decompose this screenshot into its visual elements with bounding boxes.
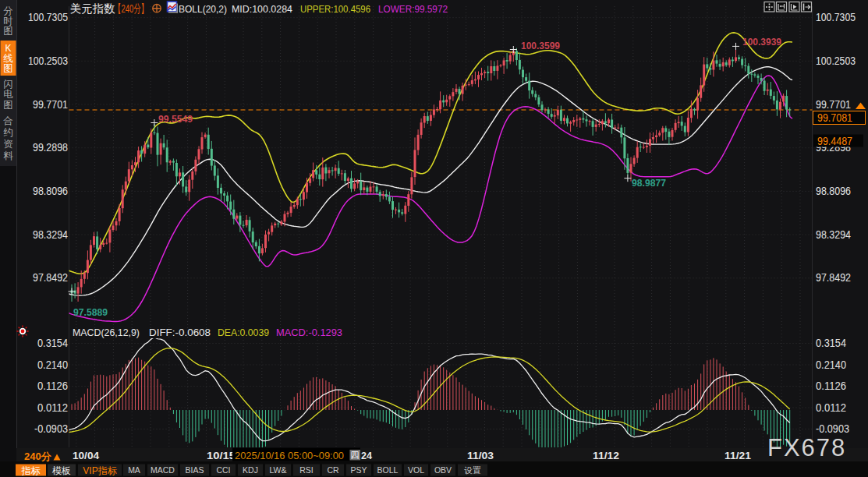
svg-text:CR: CR xyxy=(327,465,339,475)
svg-text:MACD:-0.1293: MACD:-0.1293 xyxy=(276,327,342,338)
svg-text:BOLL(20,2): BOLL(20,2) xyxy=(179,3,227,15)
svg-text:0.0112: 0.0112 xyxy=(37,401,68,414)
svg-text:MACD: MACD xyxy=(151,465,175,475)
svg-text:99.5549: 99.5549 xyxy=(158,113,193,125)
svg-text:11/12: 11/12 xyxy=(593,450,619,461)
svg-text:100.7305: 100.7305 xyxy=(28,11,68,23)
svg-text:0.0112: 0.0112 xyxy=(816,401,846,414)
svg-text:-0.0903: -0.0903 xyxy=(34,422,68,435)
svg-text:时: 时 xyxy=(3,16,13,26)
svg-text:-0.0903: -0.0903 xyxy=(816,422,849,435)
svg-text:UPPER:100.4596: UPPER:100.4596 xyxy=(300,3,370,15)
svg-text:模板: 模板 xyxy=(52,465,71,476)
svg-text:100.3939: 100.3939 xyxy=(742,36,781,48)
svg-text:99.7081: 99.7081 xyxy=(817,111,852,124)
svg-text:BOLL: BOLL xyxy=(377,465,399,475)
svg-text:10/04: 10/04 xyxy=(73,450,100,461)
svg-text:MID:100.0284: MID:100.0284 xyxy=(232,3,292,15)
svg-text:RSI: RSI xyxy=(299,465,314,475)
svg-text:99.4487: 99.4487 xyxy=(817,135,852,147)
svg-text:2025/10/16 05:00~09:00: 2025/10/16 05:00~09:00 xyxy=(235,450,344,461)
svg-text:线: 线 xyxy=(3,53,13,64)
svg-text:设置: 设置 xyxy=(464,465,482,475)
svg-text:美元指数: 美元指数 xyxy=(70,2,116,15)
svg-text:98.8096: 98.8096 xyxy=(33,185,68,197)
svg-text:LOWER:99.5972: LOWER:99.5972 xyxy=(378,3,448,15)
svg-text:CCI: CCI xyxy=(216,465,230,475)
svg-text:分: 分 xyxy=(3,5,13,16)
svg-text:DIFF:-0.0608: DIFF:-0.0608 xyxy=(149,327,211,338)
svg-text:VIP指标: VIP指标 xyxy=(83,465,117,476)
svg-text:KDJ: KDJ xyxy=(243,465,258,475)
svg-text:100.3599: 100.3599 xyxy=(521,40,560,51)
svg-text:MA: MA xyxy=(128,465,140,475)
svg-text:PSY: PSY xyxy=(350,465,367,475)
svg-text:100.7305: 100.7305 xyxy=(816,11,856,23)
svg-text:OBV: OBV xyxy=(434,465,452,475)
svg-text:图: 图 xyxy=(3,63,13,74)
svg-text:合: 合 xyxy=(2,115,13,126)
svg-text:约: 约 xyxy=(3,127,13,138)
svg-text:BIAS: BIAS xyxy=(186,465,204,475)
svg-text:0.1126: 0.1126 xyxy=(37,380,68,392)
svg-text:DEA:0.0039: DEA:0.0039 xyxy=(218,327,269,338)
svg-text:24: 24 xyxy=(361,450,373,461)
svg-text:料: 料 xyxy=(3,150,13,161)
svg-text:VOL: VOL xyxy=(408,465,424,475)
svg-text:电: 电 xyxy=(3,89,13,100)
svg-text:10/15: 10/15 xyxy=(207,450,236,461)
svg-text:图: 图 xyxy=(3,26,13,37)
svg-text:99.7701: 99.7701 xyxy=(816,98,851,111)
svg-text:240分: 240分 xyxy=(24,450,52,462)
svg-text:100.2503: 100.2503 xyxy=(28,55,68,67)
svg-text:MACD(26,12,9): MACD(26,12,9) xyxy=(73,327,140,338)
svg-text:100.2503: 100.2503 xyxy=(816,55,856,67)
svg-text:97.8492: 97.8492 xyxy=(33,271,68,284)
svg-text:0.1126: 0.1126 xyxy=(816,380,846,392)
svg-text:99.2898: 99.2898 xyxy=(33,141,68,154)
svg-text:98.3294: 98.3294 xyxy=(33,228,68,241)
svg-text:97.5889: 97.5889 xyxy=(73,306,108,318)
svg-text:99.7701: 99.7701 xyxy=(33,98,68,111)
svg-text:图: 图 xyxy=(3,100,13,111)
svg-text:资: 资 xyxy=(3,139,13,150)
svg-text:98.3294: 98.3294 xyxy=(816,228,851,241)
svg-text:【240分】: 【240分】 xyxy=(114,2,148,15)
svg-text:0.3154: 0.3154 xyxy=(37,337,68,349)
svg-text:LW&: LW& xyxy=(270,465,287,475)
svg-text:0.2140: 0.2140 xyxy=(37,359,68,371)
svg-text:四: 四 xyxy=(351,450,360,460)
svg-text:98.8096: 98.8096 xyxy=(816,185,851,197)
svg-text:98.9877: 98.9877 xyxy=(632,177,666,189)
svg-text:0.3154: 0.3154 xyxy=(816,337,846,349)
svg-text:11/21: 11/21 xyxy=(725,450,751,461)
svg-text:指标: 指标 xyxy=(21,465,41,476)
svg-text:闪: 闪 xyxy=(3,79,13,90)
svg-text:97.8492: 97.8492 xyxy=(816,271,851,284)
svg-text:11/03: 11/03 xyxy=(467,450,494,461)
svg-text:FX678: FX678 xyxy=(767,434,846,461)
svg-text:0.2140: 0.2140 xyxy=(816,359,846,371)
